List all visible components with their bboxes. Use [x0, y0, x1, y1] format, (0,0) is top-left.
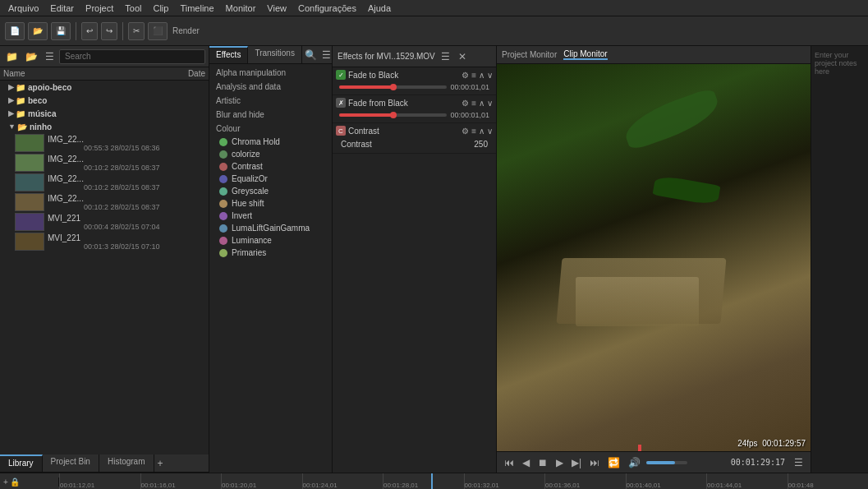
effect-dot	[219, 237, 227, 245]
inspector-close-btn[interactable]: ✕	[456, 50, 469, 63]
effect-name: Chroma Hold	[232, 137, 280, 146]
menu-monitor[interactable]: Monitor	[221, 2, 261, 15]
menu-arquivo[interactable]: Arquivo	[3, 2, 44, 15]
loop-btn[interactable]: 🔁	[605, 456, 622, 469]
effect-down-icon[interactable]: ∨	[487, 99, 493, 108]
effect-enable-btn[interactable]: C	[336, 126, 346, 136]
ruler-mark: 00:01:44,01	[706, 473, 788, 490]
list-item[interactable]: Invert	[209, 210, 332, 222]
menu-project[interactable]: Project	[80, 2, 118, 15]
effects-category[interactable]: Analysis and data	[209, 80, 332, 94]
menu-timeline[interactable]: Timeline	[175, 2, 218, 15]
effect-up-icon[interactable]: ∧	[479, 71, 485, 80]
effect-settings-icon[interactable]: ⚙	[462, 71, 469, 80]
clip-thumbnail	[15, 213, 44, 231]
list-item[interactable]: colorize	[209, 148, 332, 160]
list-item[interactable]: EqualizOr	[209, 173, 332, 185]
list-item[interactable]: Contrast	[209, 160, 332, 173]
tab-histogram[interactable]: Histogram	[99, 454, 154, 472]
new-project-btn[interactable]: 📄	[5, 22, 25, 40]
ruler-mark: 00:01:16,01	[140, 473, 222, 490]
effect-down-icon[interactable]: ∨	[487, 127, 493, 136]
save-btn[interactable]: 💾	[51, 22, 71, 40]
effect-expand-icon[interactable]: ≡	[471, 127, 476, 136]
arrow-icon: ▶	[8, 83, 14, 91]
fade-to-black-slider[interactable]	[339, 85, 447, 89]
menu-ajuda[interactable]: Ajuda	[363, 2, 396, 15]
list-item[interactable]: Primaries	[209, 247, 332, 259]
effect-enable-btn[interactable]: ✓	[336, 70, 346, 80]
effects-category[interactable]: Colour	[209, 122, 332, 136]
list-item[interactable]: ▶ 📁 apoio-beco	[0, 81, 209, 94]
list-item[interactable]: IMG_22... 00:10:2 28/02/15 08:37	[0, 173, 209, 192]
tab-effects[interactable]: Effects	[209, 46, 248, 63]
fade-from-black-slider[interactable]	[339, 113, 447, 117]
effect-settings-icon[interactable]: ⚙	[462, 127, 469, 136]
preview-timecode: 24fps 00:01:29:57	[737, 439, 806, 448]
list-item[interactable]: Luminance	[209, 234, 332, 247]
effect-enable-btn[interactable]: ✗	[336, 98, 346, 108]
effects-search-btn[interactable]: 🔍	[302, 48, 319, 62]
tab-project-monitor[interactable]: Project Monitor	[502, 50, 557, 59]
open-btn[interactable]: 📂	[28, 22, 48, 40]
list-item[interactable]: MVI_221 00:01:3 28/02/15 07:10	[0, 232, 209, 251]
prev-frame-btn[interactable]: ◀	[520, 456, 532, 469]
skip-end-btn[interactable]: ⏭	[587, 456, 602, 469]
effect-dot	[219, 200, 227, 208]
effect-settings-icon[interactable]: ⚙	[462, 99, 469, 108]
tab-clip-monitor[interactable]: Clip Monitor	[563, 49, 607, 60]
effect-up-icon[interactable]: ∧	[479, 99, 485, 108]
list-item[interactable]: IMG_22... 00:10:2 28/02/15 08:37	[0, 153, 209, 173]
search-input[interactable]	[59, 49, 205, 64]
effect-expand-icon[interactable]: ≡	[471, 71, 476, 80]
ruler-mark: 00:01:40,01	[626, 473, 707, 490]
play-btn[interactable]: ▶	[553, 456, 566, 469]
tab-project-bin[interactable]: Project Bin	[43, 454, 99, 472]
menu-editar[interactable]: Editar	[45, 2, 79, 15]
inspector-menu-btn[interactable]: ☰	[439, 50, 452, 63]
render-btn[interactable]: ⬛	[148, 22, 168, 40]
volume-slider[interactable]	[646, 461, 687, 464]
effect-controls: ⚙ ≡ ∧ ∨	[462, 71, 493, 80]
list-item[interactable]: Hue shift	[209, 197, 332, 210]
open-file-btn[interactable]: 📂	[23, 50, 40, 63]
effects-list-btn[interactable]: ☰	[319, 48, 333, 62]
clip-btn[interactable]: ✂	[128, 22, 145, 40]
list-item[interactable]: ▼ 📂 ninho	[0, 120, 209, 133]
effects-category[interactable]: Alpha manipulation	[209, 66, 332, 80]
redo-btn[interactable]: ↪	[101, 22, 117, 40]
list-item[interactable]: ▶ 📁 música	[0, 107, 209, 120]
menu-configuracoes[interactable]: Configurações	[293, 2, 361, 15]
volume-btn[interactable]: 🔊	[626, 456, 643, 469]
effect-name: Luminance	[232, 236, 272, 245]
timeline-snap-btn[interactable]: 🔒	[10, 477, 20, 487]
main-toolbar: 📄 📂 💾 ↩ ↪ ✂ ⬛ Render	[0, 16, 868, 46]
list-item[interactable]: ▶ 📁 beco	[0, 94, 209, 107]
menu-tool[interactable]: Tool	[120, 2, 146, 15]
effects-category[interactable]: Blur and hide	[209, 108, 332, 122]
list-item[interactable]: IMG_22... 00:55:3 28/02/15 08:36	[0, 133, 209, 153]
left-panel-menu-btn[interactable]: ☰	[43, 50, 57, 63]
skip-start-btn[interactable]: ⏮	[502, 456, 517, 469]
menu-view[interactable]: View	[262, 2, 292, 15]
list-item[interactable]: MVI_221 00:00:4 28/02/15 07:04	[0, 212, 209, 232]
menu-clip[interactable]: Clip	[148, 2, 173, 15]
timeline-add-btn[interactable]: +	[3, 477, 8, 487]
add-track-btn[interactable]: +	[158, 458, 163, 469]
list-item[interactable]: LumaLiftGainGamma	[209, 222, 332, 234]
next-frame-btn[interactable]: ▶|	[569, 456, 584, 469]
undo-btn[interactable]: ↩	[81, 22, 98, 40]
list-item[interactable]: IMG_22... 00:10:2 28/02/15 08:37	[0, 192, 209, 212]
effects-category[interactable]: Artistic	[209, 94, 332, 108]
new-bin-btn[interactable]: 📁	[3, 50, 21, 63]
tab-transitions[interactable]: Transitions	[248, 46, 302, 63]
contrast-label: Contrast	[341, 140, 372, 149]
effect-expand-icon[interactable]: ≡	[471, 99, 476, 108]
tab-library[interactable]: Library	[0, 454, 43, 472]
effect-up-icon[interactable]: ∧	[479, 127, 485, 136]
effect-down-icon[interactable]: ∨	[487, 71, 493, 80]
list-item[interactable]: Greyscale	[209, 185, 332, 197]
stop-btn[interactable]: ⏹	[535, 456, 550, 469]
list-item[interactable]: Chroma Hold	[209, 136, 332, 148]
timeline-view-btn[interactable]: ☰	[792, 456, 806, 469]
